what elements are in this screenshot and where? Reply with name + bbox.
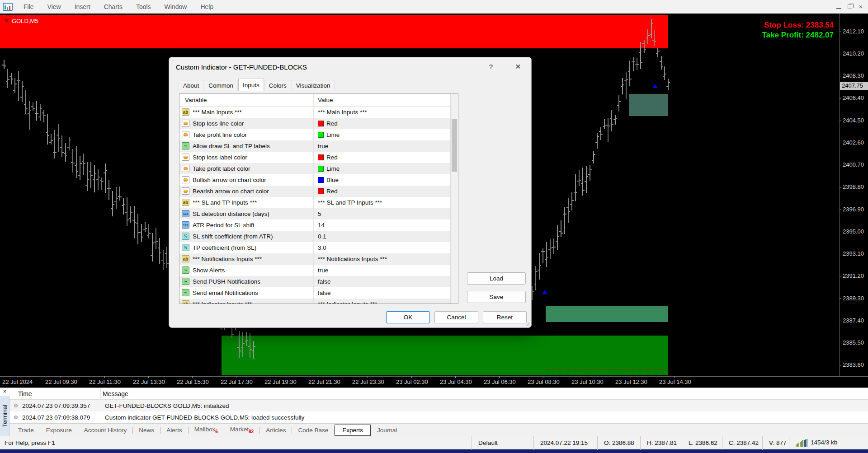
terminal-tab-articles[interactable]: Articles [260,425,292,436]
price-tick: 2393.10 [843,250,864,257]
terminal-tab-account-history[interactable]: Account History [78,425,133,436]
terminal-tab-experts[interactable]: Experts [335,425,371,436]
profile-selector[interactable]: Default [472,436,533,450]
red-top-band [0,15,668,48]
log-time: 2024.07.23 07:09:39.357 [22,402,90,409]
restore-icon[interactable] [848,5,852,9]
tab-visualization[interactable]: Visualization [292,80,335,91]
candle-wick [553,238,554,254]
load-button[interactable]: Load [467,272,526,285]
terminal-tab-alerts[interactable]: Alerts [160,425,188,436]
input-row[interactable]: ab*** Indicator Inputs ****** Indicator … [179,299,458,304]
tab-inputs[interactable]: Inputs [238,79,264,91]
tab-about[interactable]: About [179,80,203,91]
take-profit-label: Take Profit: 2482.07 [762,31,834,40]
candle-wick [29,101,30,130]
input-row[interactable]: Bullish arrow on chart colorBlue [179,174,458,186]
candle-wick [586,166,587,193]
input-row[interactable]: Bearish arrow on chart colorRed [179,186,458,197]
candle-wick [600,127,601,140]
table-scrollbar[interactable] [450,94,458,304]
terminal-tabs: TradeExposureAccount HistoryNewsAlertsMa… [9,423,868,436]
log-row[interactable]: 2024.07.23 07:09:38.079Custom indicator … [9,411,868,423]
bool-param-icon: ~ [182,266,189,274]
candle-wick [582,168,583,195]
input-row[interactable]: ~Send email Notificationsfalse [179,287,458,299]
tab-common[interactable]: Common [204,80,238,91]
minimize-icon[interactable] [836,4,841,9]
input-row[interactable]: Stop loss line colorRed [179,118,458,129]
terminal-tab-exposure[interactable]: Exposure [40,425,78,436]
tab-separator [403,427,403,434]
input-row[interactable]: Take profit label colorLime [179,163,458,174]
tab-colors[interactable]: Colors [264,80,291,91]
price-tick: 2389.30 [843,295,864,302]
help-icon[interactable]: ? [486,63,496,70]
unread-badge: 6 [215,429,218,434]
param-value: Red [318,186,338,197]
table-header: Variable Value [179,94,458,107]
candle-wick [76,146,77,178]
time-tick: 23 Jul 02:30 [396,378,428,385]
candle-wick [626,72,627,100]
candle-wick [40,104,41,121]
candle-wick [564,207,565,234]
param-name: Take profit label color [193,165,250,172]
candle-wick [134,206,135,238]
candle-wick [661,56,662,69]
close-icon[interactable]: × [512,61,524,72]
input-row[interactable]: Take profit line colorLime [179,129,458,140]
terminal-tab-market[interactable]: Market82 [224,424,259,436]
input-row[interactable]: ab*** Notifications Inputs ****** Notifi… [179,253,458,265]
input-row[interactable]: ½TP coefficient (from SL)3.0 [179,242,458,253]
terminal-tab-trade[interactable]: Trade [12,425,40,436]
color-param-icon [182,120,189,127]
color-swatch [318,121,324,126]
terminal-close-icon[interactable]: × [1,388,8,395]
input-row[interactable]: 123SL detection distance (days)5 [179,208,458,219]
candle-wick [242,332,243,357]
input-row[interactable]: Stop loss label colorRed [179,152,458,163]
param-value: 14 [318,219,325,231]
terminal-tab-journal[interactable]: Journal [371,425,403,436]
menu-view[interactable]: View [41,3,68,10]
input-row[interactable]: ~Send PUSH Notificationsfalse [179,276,458,287]
price-tick: 2395.00 [843,228,864,235]
candle-wick [654,30,655,46]
param-name: *** Notifications Inputs *** [193,256,262,262]
input-row[interactable]: ~Show Alertstrue [179,265,458,276]
menu-charts[interactable]: Charts [97,3,129,10]
param-value: *** SL and TP Inputs *** [318,197,382,208]
input-row[interactable]: ~Allow draw SL and TP labelstrue [179,140,458,152]
menu-tools[interactable]: Tools [129,3,158,10]
ok-button[interactable]: OK [386,311,430,323]
string-param-icon: ab [182,108,189,116]
double-param-icon: ½ [182,244,189,251]
time-tick: 22 Jul 09:30 [45,378,77,385]
input-row[interactable]: ab*** Main Inputs ****** Main Inputs *** [179,107,458,118]
input-row[interactable]: 123ATR Period for SL shift14 [179,219,458,231]
candle-wick [90,162,91,188]
terminal-tab-news[interactable]: News [133,425,160,436]
menu-window[interactable]: Window [158,3,194,10]
inputs-table: Variable Value ab*** Main Inputs ****** … [179,93,458,304]
log-row[interactable]: 2024.07.23 07:09:39.357GET-FUNDED-BLOCKS… [9,400,868,411]
param-name: Send email Notifications [193,290,258,296]
candle-wick [571,192,572,210]
cancel-button[interactable]: Cancel [434,311,478,323]
save-button[interactable]: Save [467,291,526,303]
menu-insert[interactable]: Insert [68,3,97,10]
resize-grip[interactable] [525,321,530,326]
terminal-tab-code-base[interactable]: Code Base [292,425,334,436]
input-row[interactable]: ½SL shift coefficient (from ATR)0.1 [179,231,458,242]
price-tick: 2396.90 [843,206,864,213]
reset-button[interactable]: Reset [483,311,527,323]
candle-wick [101,177,102,190]
menu-file[interactable]: File [17,3,41,10]
close-icon[interactable]: × [859,3,863,10]
menu-help[interactable]: Help [193,3,220,10]
terminal-tab-mailbox[interactable]: Mailbox6 [189,424,224,436]
input-row[interactable]: ab*** SL and TP Inputs ****** SL and TP … [179,197,458,208]
scrollbar-thumb[interactable] [452,119,457,172]
price-tick: 2398.80 [843,183,864,190]
